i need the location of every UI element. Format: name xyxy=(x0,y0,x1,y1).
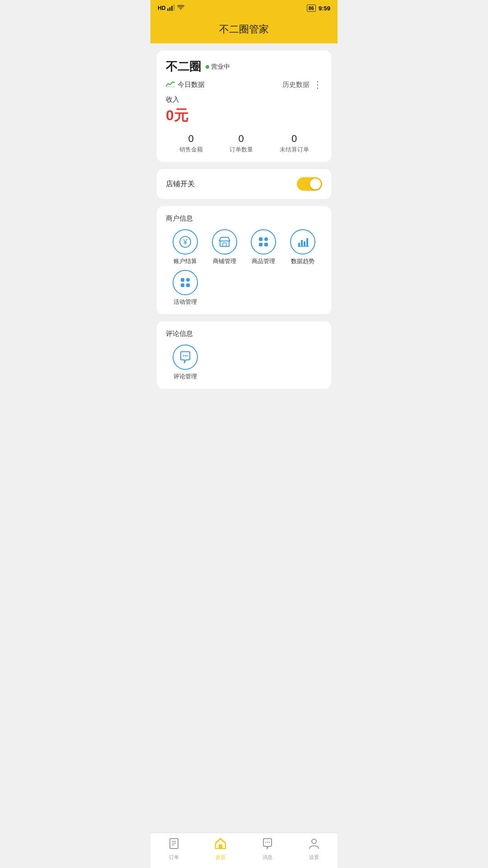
today-data-label: 今日数据 xyxy=(178,80,205,89)
page-header: 不二圈管家 xyxy=(150,16,338,43)
network-indicator: HD xyxy=(158,5,165,11)
stat-sales-amount: 0 销售金额 xyxy=(179,133,203,154)
time-display: 9:59 xyxy=(319,5,330,12)
stat-order-num: 0 xyxy=(230,133,253,145)
status-bar: HD 86 9:59 xyxy=(150,0,338,16)
stat-unsettled: 0 未结算订单 xyxy=(280,133,309,154)
product-icon xyxy=(251,229,276,255)
status-left: HD xyxy=(158,5,184,12)
signal-bars xyxy=(167,5,175,12)
history-label: 历史数据 xyxy=(282,80,310,89)
history-area[interactable]: 历史数据 ⋮ xyxy=(282,79,322,90)
revenue-label: 收入 xyxy=(166,95,322,104)
menu-shop-management[interactable]: 商铺管理 xyxy=(205,229,244,265)
svg-text:¥: ¥ xyxy=(183,238,188,246)
stat-sales-label: 销售金额 xyxy=(179,146,203,154)
revenue-amount: 0元 xyxy=(166,106,322,126)
svg-rect-21 xyxy=(181,283,184,287)
store-name: 不二圈 xyxy=(166,59,201,75)
more-options-icon[interactable]: ⋮ xyxy=(313,79,322,90)
stat-order-label: 订单数量 xyxy=(230,146,253,154)
svg-rect-16 xyxy=(304,241,305,246)
comment-section-title: 评论信息 xyxy=(166,330,322,338)
menu-comment-management[interactable]: 评论管理 xyxy=(166,344,205,381)
comment-icon-grid: 评论管理 xyxy=(166,344,322,381)
svg-rect-22 xyxy=(186,283,190,287)
svg-rect-20 xyxy=(186,278,190,282)
merchant-icon-grid-row2: 活动管理 xyxy=(166,270,322,306)
merchant-icon-grid: ¥ 账户结算 商铺管理 xyxy=(166,229,322,265)
svg-rect-0 xyxy=(167,9,169,11)
merchant-section-title: 商户信息 xyxy=(166,214,322,223)
svg-rect-2 xyxy=(171,6,173,11)
merchant-info-card: 商户信息 ¥ 账户结算 xyxy=(157,206,331,314)
svg-rect-13 xyxy=(264,243,268,246)
stat-unsettled-label: 未结算订单 xyxy=(280,146,309,154)
stat-sales-num: 0 xyxy=(179,133,203,145)
menu-data-trend[interactable]: 数据趋势 xyxy=(283,229,323,265)
menu-product-management[interactable]: 商品管理 xyxy=(244,229,283,265)
account-label: 账户结算 xyxy=(174,257,197,265)
svg-point-23 xyxy=(183,355,184,357)
comment-icon xyxy=(173,344,198,370)
today-tab[interactable]: 今日数据 xyxy=(166,80,205,89)
trend-label: 数据趋势 xyxy=(291,257,314,265)
svg-rect-1 xyxy=(169,7,171,11)
svg-rect-12 xyxy=(259,243,263,246)
svg-rect-7 xyxy=(220,241,229,246)
store-toggle-switch[interactable] xyxy=(297,177,322,191)
data-tabs: 今日数据 历史数据 ⋮ xyxy=(166,79,322,90)
svg-point-25 xyxy=(187,355,188,357)
wifi-icon xyxy=(177,5,184,12)
menu-account-settlement[interactable]: ¥ 账户结算 xyxy=(166,229,205,265)
svg-rect-8 xyxy=(223,243,226,246)
stats-row: 0 销售金额 0 订单数量 0 未结算订单 xyxy=(166,133,322,154)
store-toggle-card: 店铺开关 xyxy=(157,169,331,199)
comment-label: 评论管理 xyxy=(174,373,197,381)
status-dot xyxy=(206,65,209,69)
menu-activity-management[interactable]: 活动管理 xyxy=(166,270,205,306)
svg-point-24 xyxy=(185,355,186,357)
svg-rect-19 xyxy=(181,278,184,282)
product-label: 商品管理 xyxy=(252,257,275,265)
status-right: 86 9:59 xyxy=(307,5,330,12)
store-data-card: 不二圈 营业中 今日数据 历史数据 ⋮ 收入 0元 xyxy=(157,51,331,162)
battery-icon: 86 xyxy=(307,5,316,12)
trend-icon xyxy=(290,229,315,255)
svg-rect-11 xyxy=(264,237,268,241)
activity-icon xyxy=(173,270,198,295)
stat-order-count: 0 订单数量 xyxy=(230,133,253,154)
comment-info-card: 评论信息 评论管理 xyxy=(157,321,331,389)
svg-rect-10 xyxy=(259,237,263,241)
svg-rect-4 xyxy=(166,86,175,87)
toggle-label: 店铺开关 xyxy=(166,179,195,189)
activity-label: 活动管理 xyxy=(174,298,197,306)
svg-rect-17 xyxy=(306,238,308,246)
svg-rect-14 xyxy=(298,243,300,246)
shop-label: 商铺管理 xyxy=(213,257,236,265)
svg-rect-3 xyxy=(174,5,175,11)
chart-icon xyxy=(166,80,175,89)
account-icon: ¥ xyxy=(173,229,198,255)
shop-icon xyxy=(212,229,237,255)
store-name-row: 不二圈 营业中 xyxy=(166,59,322,75)
status-text: 营业中 xyxy=(211,63,230,71)
svg-rect-15 xyxy=(301,240,303,246)
store-status-badge: 营业中 xyxy=(206,63,230,71)
main-content: 不二圈 营业中 今日数据 历史数据 ⋮ 收入 0元 xyxy=(150,43,338,437)
page-title: 不二圈管家 xyxy=(219,24,269,35)
stat-unsettled-num: 0 xyxy=(280,133,309,145)
